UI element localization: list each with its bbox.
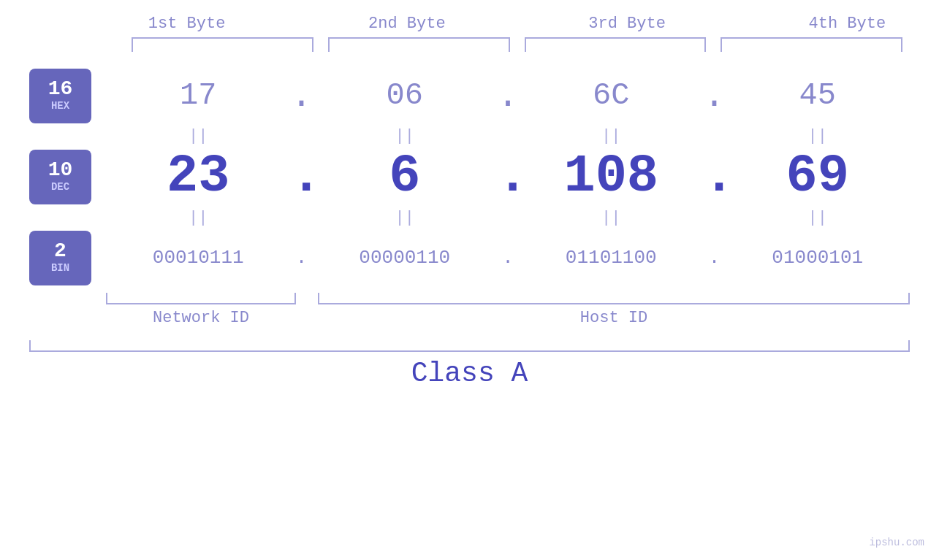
hex-dot1: . (291, 75, 313, 117)
bracket-1 (132, 37, 313, 52)
dec-byte1-cell: 23 (106, 147, 291, 207)
dec-bytes: 23 . 6 . 108 . 69 (106, 147, 910, 207)
bin-dot3: . (704, 247, 726, 269)
bin-byte4: 01000101 (772, 247, 863, 269)
host-id-bracket (318, 293, 910, 304)
hex-byte2: 06 (387, 78, 423, 113)
bin-byte4-cell: 01000101 (726, 247, 911, 269)
hex-byte3-cell: 6C (519, 78, 704, 113)
hex-byte4: 45 (799, 78, 836, 113)
bracket-3 (525, 37, 707, 52)
hex-row: 16 HEX 17 . 06 . 6C . 45 (29, 66, 910, 125)
bin-byte3-cell: 01101100 (519, 247, 704, 269)
class-area: Class A (29, 340, 910, 389)
bin-byte2: 00000110 (359, 247, 450, 269)
network-id-label: Network ID (106, 309, 296, 327)
bin-bytes: 00010111 . 00000110 . 01101100 . 0100010… (106, 247, 910, 269)
equals-row-2: || || || || (106, 207, 910, 229)
byte3-header: 3rd Byte (517, 15, 737, 37)
network-id-bracket (106, 293, 296, 304)
dec-byte4-cell: 69 (726, 147, 911, 207)
dec-dot2: . (497, 147, 519, 207)
hex-dot3: . (704, 75, 726, 117)
bin-byte2-cell: 00000110 (313, 247, 498, 269)
eq1-b3: || (519, 125, 704, 147)
bracket-2 (328, 37, 510, 52)
hex-byte3: 6C (593, 78, 629, 113)
eq2-b1: || (106, 207, 291, 229)
byte4-header: 4th Byte (737, 15, 939, 37)
dec-badge-number: 10 (48, 160, 73, 180)
hex-dot2: . (497, 75, 519, 117)
top-brackets (124, 37, 910, 52)
eq1-b1: || (106, 125, 291, 147)
dec-badge-label: DEC (51, 180, 69, 193)
bin-byte3: 01101100 (566, 247, 657, 269)
bin-row: 2 BIN 00010111 . 00000110 . 01101100 . 0… (29, 229, 910, 287)
dec-byte2: 6 (389, 147, 420, 207)
byte-headers: 1st Byte 2nd Byte 3rd Byte 4th Byte (77, 15, 939, 37)
bracket-4 (721, 37, 902, 52)
watermark: ipshu.com (869, 537, 924, 548)
host-id-label: Host ID (318, 309, 910, 327)
dec-byte3-cell: 108 (519, 147, 704, 207)
equals-row-1: || || || || (106, 125, 910, 147)
bin-byte1-cell: 00010111 (106, 247, 291, 269)
eq2-b3: || (519, 207, 704, 229)
hex-badge: 16 HEX (29, 69, 91, 123)
dec-badge: 10 DEC (29, 150, 91, 204)
dec-byte3: 108 (563, 147, 658, 207)
dec-byte2-cell: 6 (313, 147, 498, 207)
bin-byte1: 00010111 (153, 247, 244, 269)
bin-dot1: . (291, 247, 313, 269)
eq1-b2: || (313, 125, 498, 147)
hex-byte4-cell: 45 (726, 78, 911, 113)
bottom-area: Network ID Host ID Class A (29, 293, 910, 389)
hex-byte2-cell: 06 (313, 78, 498, 113)
hex-badge-number: 16 (48, 79, 73, 99)
bin-badge-label: BIN (51, 261, 69, 275)
eq2-b2: || (313, 207, 498, 229)
bottom-brackets (106, 293, 910, 304)
dec-dot1: . (291, 147, 313, 207)
dec-row: 10 DEC 23 . 6 . 108 . 69 (29, 147, 910, 207)
bin-dot2: . (497, 247, 519, 269)
class-bracket (29, 340, 910, 352)
bin-badge-number: 2 (54, 241, 66, 261)
bottom-labels: Network ID Host ID (106, 309, 910, 327)
hex-bytes: 17 . 06 . 6C . 45 (106, 75, 910, 117)
bin-badge: 2 BIN (29, 231, 91, 285)
eq1-b4: || (726, 125, 911, 147)
hex-byte1: 17 (180, 78, 216, 113)
hex-badge-label: HEX (51, 99, 69, 112)
main-container: 1st Byte 2nd Byte 3rd Byte 4th Byte 16 H… (0, 0, 939, 560)
eq2-b4: || (726, 207, 911, 229)
dec-byte1: 23 (167, 147, 229, 207)
byte1-header: 1st Byte (77, 15, 297, 37)
byte2-header: 2nd Byte (297, 15, 517, 37)
class-label: Class A (411, 358, 528, 389)
dec-byte4: 69 (786, 147, 849, 207)
hex-byte1-cell: 17 (106, 78, 291, 113)
dec-dot3: . (704, 147, 726, 207)
